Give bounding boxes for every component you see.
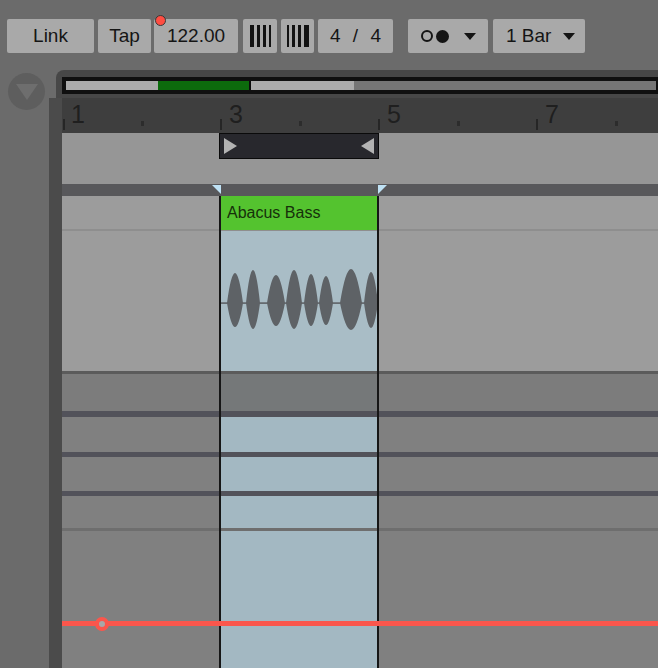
audio-waveform [219, 231, 378, 371]
nudge-up-icon [287, 25, 309, 47]
selection-start-marker-icon [212, 185, 221, 194]
bar-number: 1 [71, 100, 85, 129]
overview-loop-region [158, 81, 251, 90]
tempo-follow-dot-icon [155, 15, 166, 26]
chevron-down-icon [563, 33, 575, 40]
clip-body[interactable] [219, 231, 378, 371]
beat-time-ruler[interactable]: 1 3 5 7 [62, 98, 658, 133]
nudge-down-icon [250, 25, 271, 47]
link-button[interactable]: Link [7, 19, 94, 53]
bar-number: 5 [387, 100, 401, 129]
time-selection [219, 417, 378, 452]
track-lane-audio[interactable]: Abacus Bass [62, 196, 658, 371]
bar-tick-minor [615, 121, 618, 126]
fold-arrow-icon [16, 84, 38, 100]
track-lane[interactable] [62, 496, 658, 528]
selection-region [219, 374, 378, 411]
clip-right-edge[interactable] [377, 196, 379, 668]
track-lane-automation[interactable] [62, 531, 658, 668]
loop-end-arrow-icon [361, 138, 374, 154]
nudge-up-button[interactable] [281, 19, 314, 53]
loop-start-arrow-icon [224, 138, 237, 154]
quantization-value: 1 Bar [506, 25, 551, 47]
bar-number: 3 [229, 100, 243, 129]
chevron-down-icon [464, 33, 476, 40]
overview-fold-button[interactable] [8, 73, 45, 110]
overview-bar[interactable] [62, 77, 658, 94]
track-lane[interactable] [62, 457, 658, 491]
automation-breakpoint[interactable] [95, 617, 109, 631]
track-area-left-edge [49, 98, 62, 668]
overview-empty-region [354, 81, 656, 90]
tap-tempo-button[interactable]: Tap [98, 19, 151, 53]
bar-tick [536, 119, 538, 130]
nudge-down-button[interactable] [243, 19, 277, 53]
bar-number: 7 [545, 100, 559, 129]
time-signature-field[interactable]: 4 / 4 [318, 19, 393, 53]
automation-line[interactable] [62, 621, 658, 626]
loop-brace[interactable] [219, 133, 379, 159]
time-selection [219, 531, 378, 668]
clip-name: Abacus Bass [227, 204, 320, 222]
bar-tick [63, 119, 65, 130]
bar-tick-minor [457, 121, 460, 126]
quantization-dropdown[interactable]: 1 Bar [493, 19, 585, 53]
bar-tick-minor [299, 121, 302, 126]
tempo-value: 122.00 [167, 25, 225, 47]
clip-left-edge[interactable] [219, 196, 221, 668]
metronome-dot-icon [436, 30, 449, 43]
clip-title-bar[interactable]: Abacus Bass [219, 196, 378, 230]
track-header-band [62, 184, 658, 196]
track-lane[interactable] [62, 374, 658, 411]
arrangement-overview[interactable] [56, 70, 658, 98]
tempo-field[interactable]: 122.00 [154, 19, 238, 53]
track-lane[interactable] [62, 417, 658, 452]
scrub-area[interactable] [62, 133, 658, 184]
metronome-icon [421, 30, 433, 42]
bar-tick-minor [141, 121, 144, 126]
selection-end-marker-icon [378, 185, 387, 194]
audio-clip[interactable]: Abacus Bass [219, 196, 378, 371]
bar-tick [220, 119, 222, 130]
time-selection [219, 496, 378, 528]
bar-tick [378, 119, 380, 130]
time-selection [219, 457, 378, 491]
arrangement-view: Link Tap 122.00 4 / 4 1 Bar [0, 0, 658, 668]
metronome-button[interactable] [408, 19, 488, 53]
